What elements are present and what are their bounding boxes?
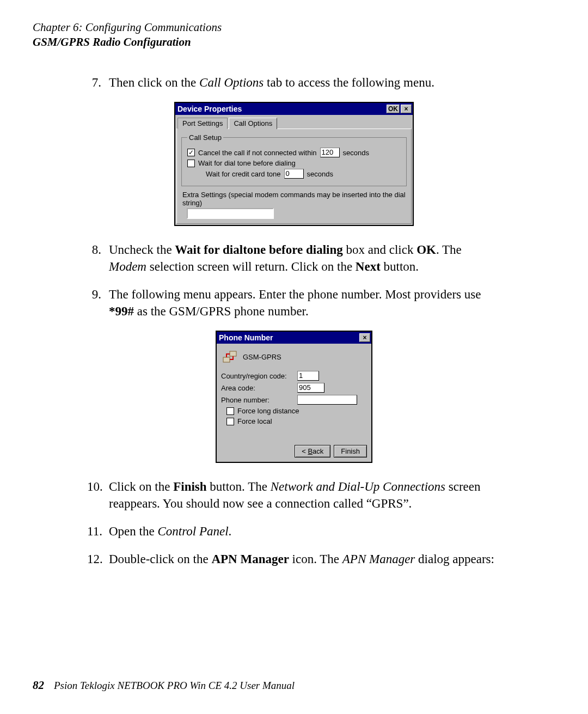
text: Double-click on the <box>109 552 211 566</box>
control-panel-term: Control Panel <box>157 524 228 538</box>
finish-term: Finish <box>173 480 206 493</box>
tab-call-options[interactable]: Call Options <box>229 118 277 129</box>
close-icon[interactable]: × <box>401 105 412 113</box>
seconds-label-2: seconds <box>307 170 333 178</box>
force-local-label: Force local <box>237 417 272 425</box>
extra-settings-label: Extra Settings (special modem commands m… <box>182 191 407 207</box>
area-code-label: Area code: <box>221 384 297 392</box>
apn-manager-term: APN Manager <box>211 552 289 566</box>
wait-credit-label: Wait for credit card tone <box>206 170 281 178</box>
next-term: Next <box>356 260 381 273</box>
step-9: 9. The following menu appears. Enter the… <box>87 286 501 320</box>
text: as the GSM/GPRS phone number. <box>134 304 309 318</box>
text: tab to access the following menu. <box>264 76 434 89</box>
group-legend: Call Setup <box>187 133 223 142</box>
text: button. The <box>207 480 271 493</box>
section-heading: GSM/GPRS Radio Configuration <box>33 35 555 49</box>
cancel-call-label: Cancel the call if not connected within <box>198 149 317 157</box>
titlebar: Phone Number × <box>217 332 371 344</box>
phone-number-input[interactable] <box>297 395 357 405</box>
bold-term: *99# <box>109 304 134 318</box>
close-icon[interactable]: × <box>359 333 370 342</box>
text: Click on the <box>109 480 173 493</box>
tab-port-settings[interactable]: Port Settings <box>177 118 228 129</box>
text: . The <box>436 243 462 257</box>
text: Then click on the <box>109 76 199 89</box>
svg-rect-0 <box>223 357 230 362</box>
text: Uncheck the <box>109 243 175 257</box>
call-options-term: Call Options <box>199 76 264 89</box>
ndu-term: Network and Dial-Up Connections <box>271 480 445 493</box>
text: The following menu appears. Enter the ph… <box>109 288 481 301</box>
tab-panel: Call Setup ✓ Cancel the call if not conn… <box>176 129 412 224</box>
chapter-heading: Chapter 6: Configuring Communications <box>33 21 555 34</box>
area-code-input[interactable]: 905 <box>297 383 324 393</box>
phone-number-dialog: Phone Number × GSM-GPRS Country/region c… <box>216 331 372 463</box>
svg-rect-1 <box>230 351 236 356</box>
country-code-input[interactable]: 1 <box>297 371 319 381</box>
step-12: 12. Double-click on the APN Manager icon… <box>87 551 501 567</box>
step-8: 8. Uncheck the Wait for dialtone before … <box>87 241 501 275</box>
phone-number-label: Phone number: <box>221 396 297 404</box>
tab-strip: Port Settings Call Options <box>176 116 412 129</box>
text: dialog appears: <box>415 552 494 566</box>
seconds-label: seconds <box>343 149 369 157</box>
text: button. <box>381 260 419 273</box>
step-number: 11. <box>87 523 109 540</box>
step-number: 9. <box>87 286 109 320</box>
page-footer: 82 Psion Teklogix NETBOOK PRO Win CE 4.2… <box>33 679 555 692</box>
wait-dialtone-checkbox[interactable] <box>187 160 195 167</box>
text: . <box>229 524 232 538</box>
force-local-checkbox[interactable] <box>226 418 234 425</box>
step-number: 12. <box>87 551 109 567</box>
step-11: 11. Open the Control Panel. <box>87 523 501 540</box>
text: box and click <box>343 243 416 257</box>
connection-name: GSM-GPRS <box>243 353 281 361</box>
wait-dialtone-label: Wait for dial tone before dialing <box>198 159 296 167</box>
text: Open the <box>109 524 157 538</box>
finish-button[interactable]: Finish <box>334 445 367 457</box>
device-properties-dialog: Device Properties OK × Port Settings Cal… <box>174 102 414 226</box>
step-number: 7. <box>87 74 109 91</box>
book-title: Psion Teklogix NETBOOK PRO Win CE 4.2 Us… <box>54 680 295 692</box>
extra-settings-input[interactable] <box>187 208 274 219</box>
apn-manager-dialog-term: APN Manager <box>342 552 415 566</box>
step-7: 7. Then click on the Call Options tab to… <box>87 74 501 91</box>
bold-term: Wait for dialtone before dialing <box>175 243 342 257</box>
page-number: 82 <box>33 679 44 692</box>
step-number: 10. <box>87 478 109 512</box>
dialog-title: Phone Number <box>219 333 358 342</box>
text: icon. The <box>289 552 342 566</box>
country-label: Country/region code: <box>221 372 297 380</box>
text: selection screen will return. Click on t… <box>146 260 356 273</box>
call-setup-group: Call Setup ✓ Cancel the call if not conn… <box>181 133 407 186</box>
force-long-distance-checkbox[interactable] <box>226 407 234 415</box>
dialog-title: Device Properties <box>177 105 385 113</box>
modem-term: Modem <box>109 260 146 273</box>
cancel-call-checkbox[interactable]: ✓ <box>187 149 195 156</box>
step-number: 8. <box>87 241 109 275</box>
force-long-distance-label: Force long distance <box>237 407 299 415</box>
credit-seconds-input[interactable]: 0 <box>284 169 304 179</box>
step-10: 10. Click on the Finish button. The Netw… <box>87 478 501 512</box>
connection-icon <box>222 349 237 364</box>
connection-header: GSM-GPRS <box>221 347 367 369</box>
cancel-seconds-input[interactable]: 120 <box>320 148 340 157</box>
back-button[interactable]: < Back <box>295 445 330 457</box>
ok-button[interactable]: OK <box>387 105 400 113</box>
titlebar: Device Properties OK × <box>175 103 413 115</box>
bold-term: OK <box>416 243 436 257</box>
